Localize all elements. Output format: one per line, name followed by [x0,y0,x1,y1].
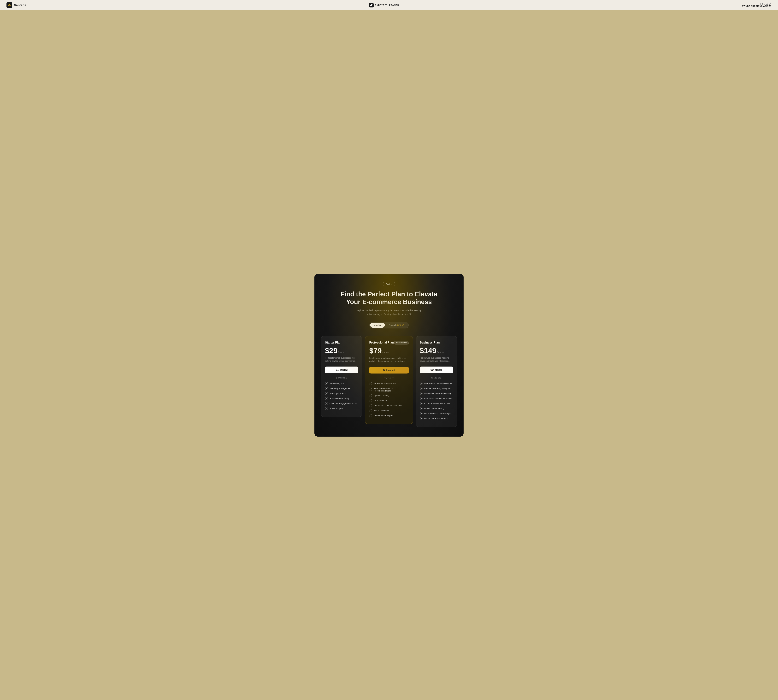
professional-price-amount: $79 [369,347,382,355]
feature-text: Priority Email Support [374,414,394,417]
creator-name: OWUDA PRECIOUS ADEIZA [742,5,771,7]
professional-features-divider: FEATURES [369,377,409,379]
list-item: AI-Powered Product Recommendations [369,387,409,392]
feature-text: Email Support [330,407,343,410]
feature-text: AI-Powered Product Recommendations [374,387,409,392]
list-item: Automated Reporting [325,397,358,400]
feature-text: Dynamic Pricing [374,394,389,397]
divider-line-left [369,378,382,378]
list-item: Dedicated Account Manager [420,412,453,415]
list-item: Customer Engagement Tools [325,402,358,405]
list-item: All Professional Plan features [420,382,453,385]
check-icon [420,382,423,385]
feature-text: Visual Search [374,399,387,402]
list-item: Fraud Detection [369,409,409,412]
feature-text: Live Visitors and Orders View [424,397,452,400]
list-item: Automated Customer Support [369,404,409,407]
business-plan-card: Business Plan $149 /month For mature bus… [416,336,457,427]
list-item: Priority Email Support [369,414,409,417]
professional-cta-button[interactable]: Get started [369,367,409,373]
plans-grid: Starter Plan $29 /month Perfect for smal… [321,336,457,427]
feature-text: Automated Customer Support [374,404,401,407]
list-item: Comprehensive API Access [420,402,453,405]
check-icon [325,387,328,390]
feature-text: SEO Optimization [330,392,346,395]
list-item: Inventory Management [325,387,358,390]
business-plan-desc: For mature businesses needing advanced t… [420,356,453,363]
check-icon [420,392,423,395]
list-item: Dynamic Pricing [369,394,409,397]
divider-line-right [395,378,408,378]
pricing-badge: Pricing [383,282,395,286]
check-icon [369,399,372,402]
starter-plan-card: Starter Plan $29 /month Perfect for smal… [321,336,362,417]
professional-plan-header: Professional Plan Most Popular [369,341,409,345]
feature-text: Payment Gateway Integration [424,387,452,390]
check-icon [420,417,423,420]
professional-price-period: /month [382,351,389,354]
business-price-period: /month [437,351,444,354]
feature-text: Inventory Management [330,387,351,390]
billing-toggle[interactable]: Monthly Annually 20% off [370,322,408,328]
starter-price-amount: $29 [325,347,337,354]
list-item: Payment Gateway Integration [420,387,453,390]
starter-plan-name: Starter Plan [325,341,342,344]
sub-heading: Explore our flexible plans for any busin… [355,309,423,316]
check-icon [369,388,372,391]
list-item: SEO Optimization [325,392,358,395]
feature-text: Sales Analytics [330,382,343,385]
check-icon [325,402,328,405]
starter-features-list: Sales Analytics Inventory Management SEO… [325,382,358,410]
check-icon [325,407,328,410]
list-item: All Starter Plan features [369,382,409,385]
starter-price-period: /month [338,351,345,354]
monthly-toggle-btn[interactable]: Monthly [370,323,385,328]
list-item: Automated Order Processing [420,392,453,395]
business-plan-price: $149 /month [420,347,453,354]
creator-label: CREATED BY [742,3,771,5]
creator-info: CREATED BY OWUDA PRECIOUS ADEIZA [742,3,771,7]
list-item: Multi-Channel Selling [420,407,453,410]
check-icon [420,387,423,390]
feature-text: All Professional Plan features [424,382,452,385]
professional-features-label: FEATURES [384,377,394,379]
topbar: Vantage BUILT WITH FRAMER CREATED BY OWU… [0,0,778,10]
professional-features-list: All Starter Plan features AI-Powered Pro… [369,382,409,417]
framer-label: BUILT WITH FRAMER [375,4,399,6]
billing-toggle-wrap: Monthly Annually 20% off [321,322,457,328]
feature-text: Dedicated Account Manager [424,412,451,415]
feature-text: Multi-Channel Selling [424,407,444,410]
starter-cta-button[interactable]: Get started [325,367,358,373]
check-icon [420,407,423,410]
feature-text: Fraud Detection [374,409,389,412]
check-icon [325,397,328,400]
framer-badge: BUILT WITH FRAMER [369,3,399,7]
pricing-card: Pricing Find the Perfect Plan to Elevate… [315,274,463,437]
check-icon [369,409,372,412]
starter-features-divider: FEATURES [325,377,358,379]
starter-plan-price: $29 /month [325,347,358,354]
annually-toggle-btn[interactable]: Annually 20% off [385,323,408,328]
starter-plan-desc: Perfect for small businesses just gettin… [325,356,358,363]
check-icon [420,397,423,400]
business-cta-button[interactable]: Get started [420,367,453,373]
list-item: Email Support [325,407,358,410]
business-price-amount: $149 [420,347,436,354]
professional-plan-price: $79 /month [369,347,409,355]
list-item: Live Visitors and Orders View [420,397,453,400]
feature-text: Phone and Email Support [424,417,448,420]
business-features-list: All Professional Plan features Payment G… [420,382,453,420]
starter-features-label: FEATURES [337,377,347,379]
check-icon [420,412,423,415]
list-item: Visual Search [369,399,409,402]
discount-badge: 20% off [397,324,404,326]
professional-plan-desc: Ideal for growing businesses looking to … [369,357,409,363]
business-plan-header: Business Plan [420,341,453,344]
main-heading: Find the Perfect Plan to Elevate Your E-… [321,290,457,306]
logo-area: Vantage [7,2,27,8]
feature-text: Automated Order Processing [424,392,451,395]
logo-icon [7,2,12,8]
pricing-badge-wrap: Pricing [321,282,457,286]
check-icon [369,414,372,417]
framer-icon [369,3,373,7]
